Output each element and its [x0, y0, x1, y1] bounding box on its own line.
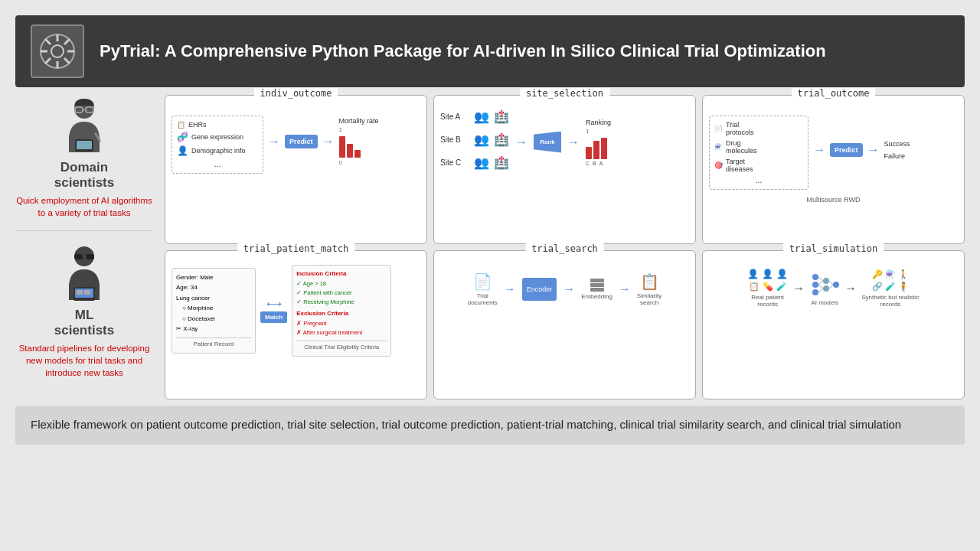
site-a-building-icon: 🏥 [494, 109, 509, 124]
indiv-outcome-label: indiv_outcome [254, 88, 338, 99]
trial-search-box: trial_search 📄 Trialdocuments → Encoder … [433, 250, 696, 399]
diagram-row-1: indiv_outcome 📋 EHRs 🧬 Gene expression 👤 [165, 95, 965, 244]
header-icon [31, 24, 84, 78]
svg-line-31 [818, 277, 823, 281]
ehr-label: EHRs [188, 121, 207, 129]
embedding-block: Embedding [581, 279, 612, 300]
failure-label: Failure [884, 152, 910, 160]
record-icon-2: 💊 [763, 282, 773, 292]
ranking-label: Ranking [586, 119, 611, 126]
header: PyTrial: A Comprehensive Python Package … [15, 15, 965, 87]
synthetic-records-block: 🔑 ⚗️ 🚶 🔗 🧪 🧍 Synthetic but realisticreco… [861, 269, 920, 308]
indiv-outcome-box: indiv_outcome 📋 EHRs 🧬 Gene expression 👤 [165, 95, 427, 244]
arrow-to-predict: → [268, 135, 280, 148]
ml-title: MLscientists [15, 308, 153, 338]
ehr-row: 📋 EHRs [177, 121, 258, 129]
db-rect-2 [590, 283, 604, 287]
arrow-to-output: → [322, 135, 335, 148]
site-b-row: Site B 👥 🏥 [440, 132, 509, 147]
site-c-people-icon: 👥 [474, 155, 489, 170]
footer: Flexible framework on patient outcome pr… [15, 406, 965, 445]
patient-icons-row: 👤 👤 👤 [747, 269, 788, 279]
trial-dots: ... [714, 176, 803, 184]
double-arrow-icon: ⟷ [266, 298, 282, 310]
svg-point-30 [833, 282, 839, 288]
rank-a: A [599, 161, 603, 166]
protocols-row: 📄 Trialprotocols [714, 121, 803, 136]
svg-line-36 [829, 285, 833, 289]
sidebar: Domainscientists Quick employment of AI … [15, 95, 153, 399]
arrow-to-ranking: → [567, 135, 580, 149]
trial-patient-match-box: trial_patient_match Gender: Male Age: 34… [165, 250, 427, 399]
site-c-row: Site C 👥 🏥 [440, 155, 509, 170]
footer-text: Flexible framework on patient outcome pr… [31, 418, 901, 431]
patient-xray: ✂ X-ray [176, 324, 251, 334]
ai-models-block: AI models [809, 271, 840, 306]
rank-bar-a [601, 138, 607, 159]
rate-0: 0 [339, 159, 342, 166]
arrow-to-synthetic: → [844, 282, 857, 295]
record-icon-1: 📋 [749, 282, 760, 292]
bar-2 [347, 144, 353, 158]
diagrams: indiv_outcome 📋 EHRs 🧬 Gene expression 👤 [165, 95, 965, 399]
ml-icon [54, 243, 115, 304]
gene-label: Gene expression [191, 133, 243, 141]
arrow-to-encoder: → [504, 282, 516, 296]
patient-fields: Gender: Male Age: 34 Lung cancer ○ Morph… [176, 272, 251, 335]
exclusion-title: Exclusion Criteria [296, 309, 387, 319]
site-selection-label: site_selection [520, 88, 609, 99]
rate-1: 1 [339, 126, 342, 133]
patient-record: Gender: Male Age: 34 Lung cancer ○ Morph… [172, 268, 256, 354]
site-a-label: Site A [440, 112, 469, 121]
syn-icon-4: 🔗 [872, 282, 883, 292]
arrow-to-outcomes: → [867, 143, 880, 157]
db-rect-3 [590, 288, 604, 292]
excl-2: ✗ After surgical treatment [296, 328, 387, 337]
bar-chart [339, 135, 361, 158]
svg-rect-18 [74, 254, 83, 259]
patient-age: Age: 34 [176, 282, 251, 293]
match-btn: Match [260, 311, 287, 323]
diseases-icon: 🎯 [714, 161, 723, 169]
arrow-to-ai: → [792, 282, 805, 295]
incl-3: ✓ Receiving Morphine [296, 298, 387, 307]
synthetic-label: Synthetic but realisticrecords [861, 294, 920, 308]
inclusion-title: Inclusion Criteria [296, 269, 387, 279]
svg-point-25 [812, 274, 818, 280]
svg-rect-15 [77, 141, 92, 149]
ranking-1: 1 [586, 128, 589, 135]
site-a-people-icon: 👥 [474, 109, 489, 124]
mortality-label: Mortality rate [339, 117, 379, 125]
svg-point-27 [812, 289, 818, 295]
patient-docetaxel: ○ Docetaxel [176, 314, 251, 324]
real-records-label: Real patientrecords [751, 294, 784, 308]
ai-models-label: AI models [811, 299, 838, 306]
svg-point-29 [823, 285, 829, 292]
domain-title: Domainscientists [15, 160, 153, 191]
success-label: Success [884, 140, 910, 148]
rank-btn: Rank [534, 132, 561, 153]
svg-line-35 [829, 281, 833, 285]
outcomes: Success Failure [884, 140, 910, 160]
bar-1 [339, 136, 345, 158]
svg-line-34 [818, 289, 823, 292]
drugs-label: Drugmolecules [726, 139, 757, 155]
demo-icon: 👤 [177, 145, 188, 156]
synthetic-icons: 🔑 ⚗️ 🚶 🔗 🧪 🧍 [867, 269, 913, 292]
db-rect-1 [590, 279, 604, 282]
domain-icon [54, 95, 115, 156]
trial-simulation-label: trial_simulation [783, 243, 884, 254]
trial-patient-match-label: trial_patient_match [237, 243, 354, 254]
site-b-people-icon: 👥 [474, 132, 489, 147]
gene-row: 🧬 Gene expression [177, 132, 258, 142]
indiv-predict-btn: Predict [285, 135, 318, 148]
docs-icon: 📄 [473, 272, 492, 291]
patient-cancer: Lung cancer [176, 293, 251, 304]
dots: ... [177, 159, 258, 168]
indiv-inputs: 📋 EHRs 🧬 Gene expression 👤 Demographic i… [172, 116, 263, 174]
svg-point-28 [823, 278, 829, 284]
multisource-label: Multisource RWD [709, 196, 958, 204]
incl-1: ✓ Age > 18 [296, 279, 387, 289]
rank-b: B [593, 161, 596, 166]
rank-bar-b [593, 141, 599, 159]
